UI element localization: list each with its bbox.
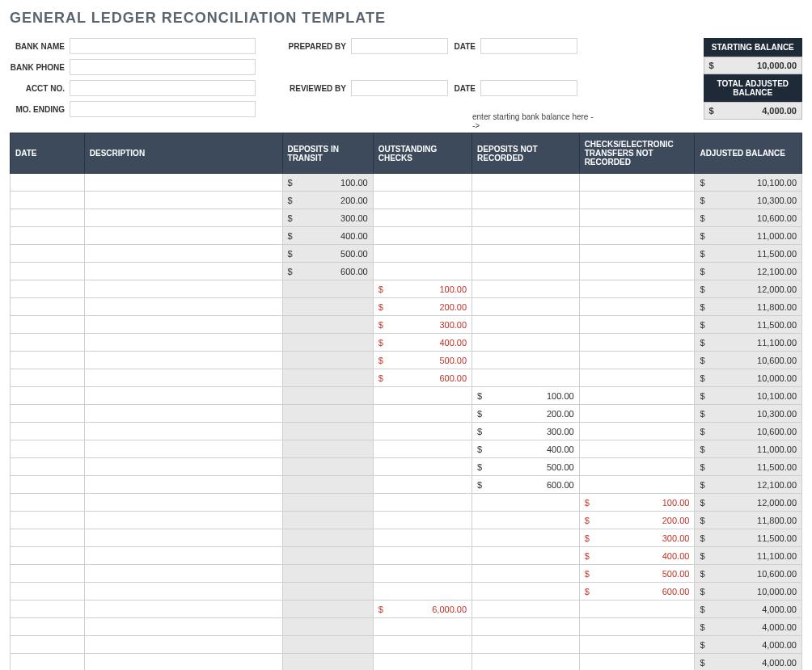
table-cell[interactable] xyxy=(11,405,85,423)
table-cell[interactable]: $10,100.00 xyxy=(695,174,802,192)
table-cell[interactable] xyxy=(373,476,472,494)
table-cell[interactable]: $100.00 xyxy=(282,174,373,192)
table-cell[interactable]: $100.00 xyxy=(472,387,580,405)
table-cell[interactable]: $6,000.00 xyxy=(373,600,472,618)
input-bank-name[interactable] xyxy=(70,38,256,54)
table-cell[interactable] xyxy=(579,245,695,263)
input-mo-ending[interactable] xyxy=(70,101,256,117)
table-cell[interactable]: $4,000.00 xyxy=(695,654,802,671)
table-cell[interactable] xyxy=(373,618,472,636)
table-cell[interactable] xyxy=(373,529,472,547)
table-cell[interactable] xyxy=(579,316,695,334)
table-cell[interactable] xyxy=(579,209,695,227)
table-cell[interactable] xyxy=(282,369,373,387)
table-cell[interactable]: $10,000.00 xyxy=(695,369,802,387)
table-cell[interactable] xyxy=(11,227,85,245)
table-cell[interactable] xyxy=(84,494,282,512)
table-cell[interactable] xyxy=(579,263,695,280)
table-cell[interactable] xyxy=(282,298,373,316)
table-cell[interactable]: $11,500.00 xyxy=(695,316,802,334)
table-cell[interactable] xyxy=(11,369,85,387)
table-cell[interactable] xyxy=(84,334,282,352)
table-cell[interactable]: $12,000.00 xyxy=(695,280,802,298)
input-reviewed-by[interactable] xyxy=(351,80,448,96)
table-cell[interactable]: $200.00 xyxy=(373,298,472,316)
table-cell[interactable]: $11,100.00 xyxy=(695,547,802,565)
table-cell[interactable] xyxy=(472,529,580,547)
table-cell[interactable]: $100.00 xyxy=(373,280,472,298)
table-cell[interactable]: $500.00 xyxy=(472,458,580,476)
table-cell[interactable] xyxy=(282,316,373,334)
table-cell[interactable] xyxy=(11,192,85,209)
table-cell[interactable] xyxy=(11,494,85,512)
table-cell[interactable]: $11,800.00 xyxy=(695,512,802,529)
table-cell[interactable] xyxy=(84,227,282,245)
table-cell[interactable]: $10,600.00 xyxy=(695,565,802,583)
table-cell[interactable] xyxy=(579,423,695,440)
table-cell[interactable] xyxy=(84,387,282,405)
table-cell[interactable]: $10,000.00 xyxy=(695,583,802,600)
table-cell[interactable]: $500.00 xyxy=(282,245,373,263)
table-cell[interactable] xyxy=(11,583,85,600)
table-cell[interactable]: $200.00 xyxy=(579,512,695,529)
table-cell[interactable] xyxy=(373,512,472,529)
table-cell[interactable]: $4,000.00 xyxy=(695,618,802,636)
table-cell[interactable] xyxy=(373,174,472,192)
table-cell[interactable] xyxy=(472,316,580,334)
table-cell[interactable]: $400.00 xyxy=(579,547,695,565)
table-cell[interactable] xyxy=(282,405,373,423)
table-cell[interactable] xyxy=(472,352,580,369)
table-cell[interactable] xyxy=(579,369,695,387)
table-cell[interactable] xyxy=(472,494,580,512)
table-cell[interactable] xyxy=(472,245,580,263)
table-cell[interactable]: $4,000.00 xyxy=(695,636,802,654)
table-cell[interactable]: $12,100.00 xyxy=(695,476,802,494)
table-cell[interactable] xyxy=(84,174,282,192)
table-cell[interactable] xyxy=(84,618,282,636)
table-cell[interactable] xyxy=(11,423,85,440)
table-cell[interactable] xyxy=(373,583,472,600)
table-cell[interactable] xyxy=(11,440,85,458)
table-cell[interactable] xyxy=(84,636,282,654)
table-cell[interactable] xyxy=(282,547,373,565)
table-cell[interactable] xyxy=(11,298,85,316)
table-cell[interactable] xyxy=(579,636,695,654)
table-cell[interactable] xyxy=(84,476,282,494)
table-cell[interactable] xyxy=(84,600,282,618)
table-cell[interactable] xyxy=(11,263,85,280)
table-cell[interactable] xyxy=(472,369,580,387)
table-cell[interactable] xyxy=(282,654,373,671)
table-cell[interactable] xyxy=(282,280,373,298)
table-cell[interactable] xyxy=(579,458,695,476)
table-cell[interactable] xyxy=(579,298,695,316)
table-cell[interactable] xyxy=(373,494,472,512)
table-cell[interactable] xyxy=(373,263,472,280)
table-cell[interactable] xyxy=(282,440,373,458)
table-cell[interactable]: $600.00 xyxy=(373,369,472,387)
table-cell[interactable] xyxy=(579,387,695,405)
table-cell[interactable] xyxy=(84,654,282,671)
table-cell[interactable]: $600.00 xyxy=(472,476,580,494)
table-cell[interactable] xyxy=(282,600,373,618)
table-cell[interactable] xyxy=(11,636,85,654)
table-cell[interactable] xyxy=(84,369,282,387)
table-cell[interactable]: $4,000.00 xyxy=(695,600,802,618)
table-cell[interactable]: $500.00 xyxy=(373,352,472,369)
table-cell[interactable] xyxy=(579,440,695,458)
table-cell[interactable] xyxy=(84,316,282,334)
table-cell[interactable] xyxy=(472,209,580,227)
table-cell[interactable]: $10,600.00 xyxy=(695,209,802,227)
table-cell[interactable] xyxy=(472,298,580,316)
table-cell[interactable] xyxy=(373,245,472,263)
table-cell[interactable] xyxy=(472,280,580,298)
table-cell[interactable] xyxy=(373,209,472,227)
table-cell[interactable]: $11,800.00 xyxy=(695,298,802,316)
table-cell[interactable]: $300.00 xyxy=(472,423,580,440)
table-cell[interactable] xyxy=(11,547,85,565)
table-cell[interactable] xyxy=(579,405,695,423)
table-cell[interactable]: $10,600.00 xyxy=(695,423,802,440)
table-cell[interactable] xyxy=(579,654,695,671)
table-cell[interactable]: $11,500.00 xyxy=(695,458,802,476)
table-cell[interactable] xyxy=(373,423,472,440)
table-cell[interactable] xyxy=(373,192,472,209)
